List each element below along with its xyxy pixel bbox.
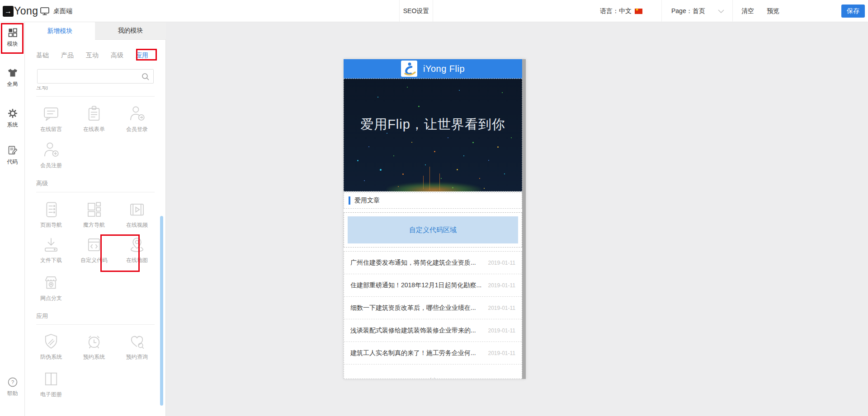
section-accent-bar bbox=[349, 196, 350, 205]
seo-label: SEO设置 bbox=[403, 7, 429, 15]
article-title: 浅谈装配式装修给建筑装饰装修企业带来的... bbox=[350, 327, 476, 335]
alarm-clock-icon bbox=[74, 332, 114, 351]
module-item-antifake[interactable]: 防伪系统 bbox=[31, 332, 71, 361]
code-document-icon bbox=[7, 145, 18, 156]
hero-globe-glow bbox=[387, 182, 481, 192]
svg-text:?: ? bbox=[11, 379, 14, 385]
module-item-custom-code[interactable]: 自定义代码 bbox=[74, 235, 114, 264]
divider bbox=[661, 0, 662, 22]
category-basic[interactable]: 基础 bbox=[36, 51, 49, 60]
page-label: Page：首页 bbox=[671, 7, 705, 15]
clear-label: 清空 bbox=[741, 7, 754, 15]
sidebar-item-global[interactable]: 全局 bbox=[0, 67, 25, 88]
message-bubble-icon bbox=[31, 104, 71, 123]
article-row[interactable]: 建筑工人实名制真的来了！施工劳务企业何... 2019-01-11 bbox=[344, 342, 522, 365]
divider bbox=[36, 192, 155, 192]
tshirt-icon bbox=[7, 67, 18, 78]
language-label: 语言：中文 bbox=[600, 7, 632, 15]
divider bbox=[36, 324, 155, 325]
article-title: 细数一下建筑资质改革后，哪些企业业绩在... bbox=[350, 304, 476, 312]
category-advanced[interactable]: 高级 bbox=[111, 51, 123, 60]
sidebar-code-label: 代码 bbox=[0, 158, 25, 166]
section-label-app: 应用 bbox=[36, 312, 48, 320]
save-button[interactable]: 保存 bbox=[841, 5, 865, 18]
module-item-member-register[interactable]: 会员注册 bbox=[31, 140, 71, 169]
sidebar-item-code[interactable]: 代码 bbox=[0, 145, 25, 166]
category-interact[interactable]: 互动 bbox=[86, 51, 99, 60]
tab-my-modules[interactable]: 我的模块 bbox=[95, 22, 166, 40]
hero-text: 爱用Flip，让世界看到你 bbox=[344, 116, 522, 134]
module-search-input[interactable] bbox=[41, 70, 138, 83]
module-item-ebook[interactable]: 电子图册 bbox=[31, 369, 71, 398]
phone-scrollbar[interactable] bbox=[522, 59, 526, 379]
module-item-booking[interactable]: 预约系统 bbox=[74, 332, 114, 361]
module-item-branch[interactable]: 网点分支 bbox=[31, 273, 71, 302]
custom-code-block[interactable]: 自定义代码区域 bbox=[344, 212, 522, 248]
clipboard-form-icon bbox=[74, 104, 114, 123]
sidebar-item-system[interactable]: 系统 bbox=[0, 108, 25, 129]
article-row[interactable]: 住建部重磅通知！2018年12月1日起简化勘察... 2019-01-11 bbox=[344, 274, 522, 297]
sidebar-global-label: 全局 bbox=[0, 80, 25, 88]
shield-icon bbox=[31, 332, 71, 351]
module-item-online-form[interactable]: 在线表单 bbox=[74, 104, 114, 133]
clear-button[interactable]: 清空 bbox=[741, 0, 754, 22]
panel-scrollbar[interactable] bbox=[160, 216, 163, 406]
logo-text: Yong bbox=[14, 5, 38, 17]
article-date: 2019-01-11 bbox=[488, 350, 516, 356]
sidebar-item-modules[interactable]: 模块 bbox=[0, 27, 25, 48]
article-date: 2019-01-11 bbox=[488, 305, 516, 311]
custom-code-area: 自定义代码区域 bbox=[348, 216, 518, 243]
site-title: iYong Flip bbox=[423, 64, 465, 74]
preview-button[interactable]: 预览 bbox=[767, 0, 779, 22]
chevron-down-icon[interactable] bbox=[718, 9, 724, 13]
sidebar-item-help[interactable]: ? 帮助 bbox=[0, 377, 25, 397]
divider bbox=[732, 0, 733, 22]
heart-search-icon bbox=[117, 332, 157, 351]
article-section-header[interactable]: 爱用文章 bbox=[344, 192, 522, 209]
modules-grid-icon bbox=[7, 27, 18, 38]
clipped-next-article: ·· bbox=[344, 375, 522, 379]
sidebar-modules-label: 模块 bbox=[0, 40, 25, 48]
module-item-cube-nav[interactable]: 魔方导航 bbox=[74, 200, 114, 229]
device-switch-desktop[interactable]: 桌面端 bbox=[40, 0, 72, 22]
module-item-online-map[interactable]: 在线地图 bbox=[117, 235, 157, 264]
site-header-block[interactable]: iYong Flip bbox=[344, 59, 522, 79]
module-item-online-video[interactable]: 在线视频 bbox=[117, 200, 157, 229]
search-icon[interactable] bbox=[142, 73, 150, 81]
gear-icon bbox=[7, 108, 18, 119]
top-bar: → Yong 桌面端 SEO设置 语言：中文 ★ Page：首页 清空 bbox=[0, 0, 868, 22]
page-selector[interactable]: Page：首页 bbox=[671, 0, 726, 22]
sidebar-system-label: 系统 bbox=[0, 121, 25, 129]
article-row[interactable]: 细数一下建筑资质改革后，哪些企业业绩在... 2019-01-11 bbox=[344, 297, 522, 319]
app-logo[interactable]: → Yong bbox=[3, 0, 38, 22]
tab-new-modules[interactable]: 新增模块 bbox=[25, 22, 95, 40]
sidebar-help-label: 帮助 bbox=[0, 390, 25, 397]
hero-banner-block[interactable]: 爱用Flip，让世界看到你 bbox=[344, 79, 522, 192]
device-label: 桌面端 bbox=[53, 7, 72, 15]
left-sidebar: 模块 全局 系统 bbox=[0, 22, 25, 416]
article-section-title: 爱用文章 bbox=[354, 196, 380, 205]
question-circle-icon: ? bbox=[7, 377, 18, 388]
video-icon bbox=[117, 200, 157, 219]
cube-nav-icon bbox=[74, 200, 114, 219]
divider bbox=[36, 96, 155, 97]
download-icon bbox=[31, 235, 71, 254]
module-item-online-message[interactable]: 在线留言 bbox=[31, 104, 71, 133]
seo-settings-button[interactable]: SEO设置 bbox=[399, 0, 433, 22]
open-book-icon bbox=[31, 369, 71, 388]
article-row[interactable]: 广州住建委发布通知，将简化建筑企业资质... 2019-01-11 bbox=[344, 252, 522, 274]
article-list-block: 广州住建委发布通知，将简化建筑企业资质... 2019-01-11 住建部重磅通… bbox=[344, 251, 522, 379]
category-product[interactable]: 产品 bbox=[61, 51, 74, 60]
category-app[interactable]: 应用 bbox=[136, 51, 148, 60]
monitor-icon bbox=[40, 6, 50, 16]
module-item-file-download[interactable]: 文件下载 bbox=[31, 235, 71, 264]
module-item-member-login[interactable]: 会员登录 bbox=[117, 104, 157, 133]
member-register-icon bbox=[31, 140, 71, 159]
member-login-icon bbox=[117, 104, 157, 123]
article-row[interactable]: 浅谈装配式装修给建筑装饰装修企业带来的... 2019-01-11 bbox=[344, 319, 522, 342]
language-selector[interactable]: 语言：中文 ★ bbox=[600, 0, 642, 22]
page: → Yong 桌面端 SEO设置 语言：中文 ★ Page：首页 清空 bbox=[0, 0, 868, 416]
module-item-page-nav[interactable]: 页面导航 bbox=[31, 200, 71, 229]
preview-label: 预览 bbox=[767, 7, 779, 15]
module-item-book-query[interactable]: 预约查询 bbox=[117, 332, 157, 361]
